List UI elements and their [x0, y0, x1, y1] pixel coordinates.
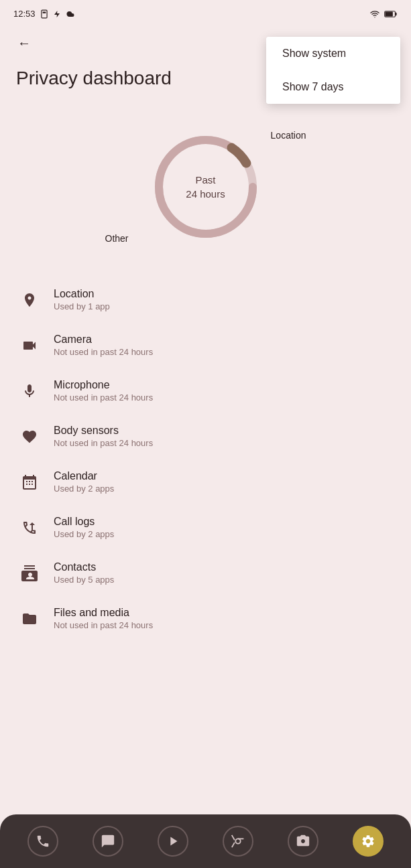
body-sensor-icon	[16, 423, 43, 450]
cloud-icon	[65, 10, 76, 18]
permission-files[interactable]: Files and media Not used in past 24 hour…	[0, 596, 411, 642]
perm-location-status: Used by 1 app	[54, 301, 110, 311]
nav-settings[interactable]	[353, 826, 384, 857]
wifi-icon	[369, 9, 380, 19]
svg-rect-4	[395, 12, 396, 15]
permission-calendar[interactable]: Calendar Used by 2 apps	[0, 459, 411, 505]
call-logs-icon	[16, 514, 43, 541]
status-bar: 12:53	[0, 0, 411, 24]
status-icons-right	[369, 9, 398, 19]
perm-cal-name: Calendar	[54, 470, 114, 482]
perm-contacts-name: Contacts	[54, 561, 114, 573]
back-arrow-icon: ←	[17, 35, 31, 51]
svg-point-9	[235, 839, 240, 843]
permission-camera[interactable]: Camera Not used in past 24 hours	[0, 323, 411, 368]
donut-chart: Past 24 hours	[145, 127, 266, 247]
camera-icon	[16, 332, 43, 359]
show-system-item[interactable]: Show system	[266, 37, 400, 70]
microphone-icon	[16, 378, 43, 405]
permission-body-sensors[interactable]: Body sensors Not used in past 24 hours	[0, 414, 411, 459]
dropdown-menu: Show system Show 7 days	[266, 37, 400, 104]
svg-rect-0	[41, 10, 46, 18]
nav-play[interactable]	[158, 826, 188, 857]
nav-message[interactable]	[93, 826, 123, 857]
permission-list: Location Used by 1 app Camera Not used i…	[0, 271, 411, 648]
perm-body-status: Not used in past 24 hours	[54, 438, 153, 448]
lightning-icon	[53, 9, 61, 19]
sim-icon	[40, 9, 49, 19]
svg-rect-5	[385, 11, 392, 16]
perm-files-status: Not used in past 24 hours	[54, 620, 153, 630]
permission-contacts[interactable]: Contacts Used by 5 apps	[0, 551, 411, 596]
perm-cal-status: Used by 2 apps	[54, 484, 114, 494]
perm-files-name: Files and media	[54, 607, 153, 619]
chart-other-label: Other	[105, 233, 129, 244]
perm-camera-status: Not used in past 24 hours	[54, 347, 153, 357]
nav-chrome[interactable]	[223, 826, 253, 857]
chart-location-label: Location	[271, 130, 306, 141]
svg-rect-1	[42, 11, 46, 13]
show-7-days-item[interactable]: Show 7 days	[266, 70, 400, 104]
perm-contacts-status: Used by 5 apps	[54, 575, 114, 585]
contacts-icon	[16, 560, 43, 587]
perm-calllog-name: Call logs	[54, 516, 114, 528]
perm-calllog-status: Used by 2 apps	[54, 529, 114, 539]
permission-call-logs[interactable]: Call logs Used by 2 apps	[0, 505, 411, 551]
perm-mic-name: Microphone	[54, 379, 153, 391]
permission-microphone[interactable]: Microphone Not used in past 24 hours	[0, 368, 411, 414]
battery-icon	[384, 10, 398, 18]
svg-marker-2	[54, 11, 60, 17]
nav-phone[interactable]	[27, 826, 58, 857]
calendar-icon	[16, 469, 43, 496]
time-display: 12:53	[13, 9, 36, 19]
perm-body-name: Body sensors	[54, 425, 153, 437]
chart-center-text: Past 24 hours	[186, 173, 225, 201]
perm-location-name: Location	[54, 288, 110, 300]
back-button[interactable]: ←	[11, 29, 38, 56]
status-time: 12:53	[13, 9, 76, 19]
files-icon	[16, 605, 43, 632]
bottom-nav	[0, 814, 411, 868]
permission-location[interactable]: Location Used by 1 app	[0, 277, 411, 323]
location-icon	[16, 287, 43, 313]
nav-camera[interactable]	[288, 826, 318, 857]
perm-camera-name: Camera	[54, 334, 153, 346]
chart-container: Location Other Past 24 hours	[0, 110, 411, 264]
perm-mic-status: Not used in past 24 hours	[54, 392, 153, 403]
